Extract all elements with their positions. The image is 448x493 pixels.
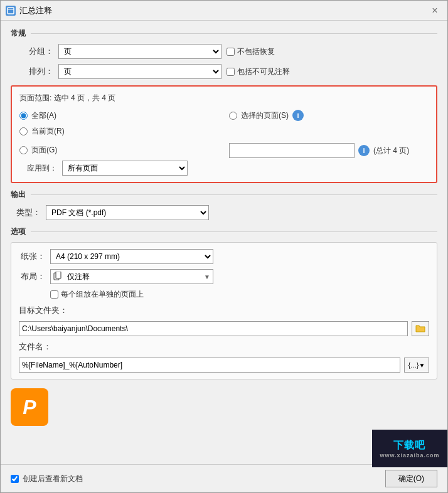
watermark: 下载吧 www.xiazaiba.com (372, 430, 447, 467)
folder-path-input[interactable] (19, 321, 408, 336)
sort-select[interactable]: 页 注释类型 作者 状态 (58, 64, 221, 79)
layout-pages-icon (53, 272, 66, 282)
paper-select[interactable]: A4 (210 x 297 mm) A3 Letter (50, 249, 213, 264)
window-icon (6, 6, 16, 16)
radio-current[interactable] (19, 127, 28, 135)
options-section: 选项 纸张： A4 (210 x 297 mm) A3 Letter 布局： (11, 226, 437, 379)
radio-all-label: 全部(A) (31, 110, 56, 121)
watermark-text: 下载吧 (393, 439, 425, 452)
folder-input-row (19, 321, 429, 336)
output-section: 输出 类型： PDF 文档 (*.pdf) Word 文档 (*.docx) (11, 189, 437, 220)
general-section: 常规 分组： 页 注释类型 作者 状态 不包括恢复 (11, 28, 437, 79)
type-row: 类型： PDF 文档 (*.pdf) Word 文档 (*.docx) (16, 205, 432, 220)
options-title: 选项 (11, 226, 26, 237)
radio-selected[interactable] (229, 112, 237, 120)
group-select[interactable]: 页 注释类型 作者 状态 (58, 44, 221, 59)
main-content: 常规 分组： 页 注释类型 作者 状态 不包括恢复 (1, 21, 447, 464)
group-page-checkbox-row: 每个组放在单独的页面上 (19, 289, 429, 300)
radio-pages[interactable] (19, 146, 28, 154)
page-range-title: 页面范围: 选中 4 页，共 4 页 (19, 93, 429, 103)
paper-row: 纸张： A4 (210 x 297 mm) A3 Letter (19, 249, 429, 264)
layout-value: 仅注释 (67, 272, 203, 282)
radio-selected-label: 选择的页面(S) (241, 110, 289, 121)
selected-info-icon[interactable]: i (292, 110, 304, 121)
radio-current-row: 当前页(R) (19, 126, 219, 137)
view-new-doc-checkbox[interactable] (11, 475, 19, 483)
pages-info-icon[interactable]: i (358, 145, 370, 156)
radio-grid: 全部(A) 选择的页面(S) i 当前页(R) (19, 110, 429, 158)
type-select[interactable]: PDF 文档 (*.pdf) Word 文档 (*.docx) (46, 205, 209, 220)
options-header: 选项 (11, 226, 437, 237)
options-body: 纸张： A4 (210 x 297 mm) A3 Letter 布局： (11, 242, 437, 379)
radio-selected-row: 选择的页面(S) i (229, 110, 429, 121)
page-range-section: 页面范围: 选中 4 页，共 4 页 全部(A) 选择的页面(S) i (11, 85, 437, 183)
layout-label: 布局： (19, 271, 45, 282)
footer: 创建后查看新文档 确定(O) (1, 464, 447, 492)
general-body: 分组： 页 注释类型 作者 状态 不包括恢复 排列： 页 (11, 44, 437, 79)
no-restore-label: 不包括恢复 (237, 46, 275, 57)
sort-label: 排列： (16, 66, 53, 77)
group-row: 分组： 页 注释类型 作者 状态 不包括恢复 (16, 44, 432, 59)
checkbox2-row: 包括不可见注释 (227, 66, 290, 77)
watermark-sub: www.xiazaiba.com (380, 452, 439, 459)
general-section-header: 常规 (11, 28, 437, 39)
radio-pages-label: 页面(G) (31, 145, 57, 156)
radio-pages-row: 页面(G) (19, 142, 219, 158)
app-logo: P (11, 388, 48, 426)
output-body: 类型： PDF 文档 (*.pdf) Word 文档 (*.docx) (11, 205, 437, 220)
output-title: 输出 (11, 189, 26, 200)
confirm-button[interactable]: 确定(O) (385, 470, 437, 487)
view-new-doc-label: 创建后查看新文档 (23, 474, 83, 484)
output-header: 输出 (11, 189, 437, 200)
filename-label: 文件名： (19, 341, 50, 353)
sort-row: 排列： 页 注释类型 作者 状态 包括不可见注释 (16, 64, 432, 79)
filename-expand-button[interactable]: {…}▼ (404, 358, 429, 373)
no-restore-checkbox[interactable] (227, 48, 235, 56)
dialog-window: 汇总注释 × 常规 分组： 页 注释类型 作者 状态 (0, 0, 448, 493)
paper-label: 纸张： (19, 251, 45, 262)
title-bar-left: 汇总注释 (6, 5, 52, 16)
filename-label-row: 文件名： (19, 341, 429, 353)
folder-label: 目标文件夹： (19, 305, 64, 316)
radio-all-row: 全部(A) (19, 110, 219, 121)
apply-label: 应用到： (19, 163, 57, 174)
filename-input-row: {…}▼ (19, 358, 429, 373)
invisible-notes-checkbox[interactable] (227, 68, 235, 76)
layout-chevron-icon: ▼ (204, 273, 210, 280)
folder-label-row: 目标文件夹： (19, 305, 429, 316)
filename-input[interactable] (19, 358, 400, 373)
pages-input[interactable] (229, 143, 355, 158)
layout-row: 布局： 仅注释 ▼ (19, 269, 429, 284)
svg-rect-0 (8, 8, 14, 14)
group-page-label: 每个组放在单独的页面上 (61, 289, 144, 300)
svg-rect-3 (56, 272, 61, 278)
apply-select[interactable]: 所有页面 奇数页 偶数页 (62, 161, 188, 176)
pages-input-row: i (总计 4 页) (229, 143, 429, 158)
page-count-text: (总计 4 页) (373, 146, 409, 156)
invisible-notes-label: 包括不可见注释 (237, 66, 290, 77)
checkbox1-row: 不包括恢复 (227, 46, 275, 57)
expand-icon: {…}▼ (408, 362, 425, 369)
folder-icon (415, 324, 425, 333)
group-page-checkbox[interactable] (50, 290, 58, 299)
group-label: 分组： (16, 46, 53, 57)
layout-select-trigger[interactable]: 仅注释 ▼ (50, 269, 213, 284)
radio-current-label: 当前页(R) (31, 126, 65, 137)
apply-row: 应用到： 所有页面 奇数页 偶数页 (19, 161, 429, 176)
title-bar: 汇总注释 × (1, 1, 447, 21)
radio-all[interactable] (19, 112, 28, 120)
close-button[interactable]: × (427, 3, 442, 18)
folder-browse-button[interactable] (412, 321, 429, 336)
footer-left: 创建后查看新文档 (11, 474, 83, 484)
window-title: 汇总注释 (19, 5, 52, 16)
type-label: 类型： (16, 207, 41, 218)
general-title: 常规 (11, 28, 26, 39)
footer-right: 确定(O) (385, 470, 437, 487)
logo-area: P (11, 388, 437, 426)
